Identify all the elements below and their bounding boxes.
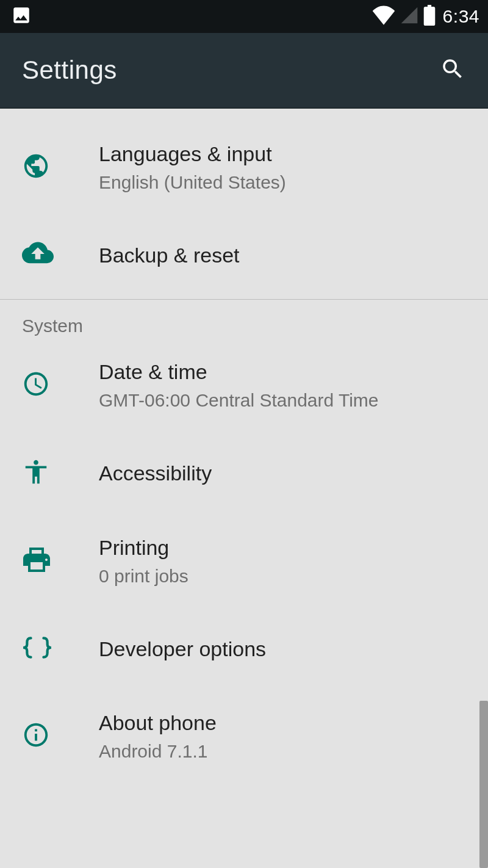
cellular-signal-icon [399, 5, 420, 27]
settings-item-date-time[interactable]: Date & time GMT-06:00 Central Standard T… [0, 341, 488, 429]
cloud-upload-icon [22, 241, 54, 269]
app-bar: Settings [0, 33, 488, 109]
code-braces-icon [22, 636, 52, 662]
settings-item-developer-options[interactable]: Developer options [0, 605, 488, 693]
status-bar: 6:34 [0, 0, 488, 33]
settings-item-languages-input[interactable]: Languages & input English (United States… [0, 123, 488, 211]
accessibility-icon [22, 458, 50, 488]
page-title: Settings [22, 56, 117, 85]
item-title: Accessibility [99, 460, 468, 486]
item-title: About phone [99, 710, 468, 736]
item-title: Printing [99, 535, 468, 561]
section-header-system: System [0, 300, 488, 341]
item-subtitle: 0 print jobs [99, 565, 468, 588]
settings-item-backup-reset[interactable]: Backup & reset [0, 211, 488, 299]
screenshot-notification-icon [11, 5, 32, 28]
wifi-icon [372, 5, 395, 27]
settings-list: Languages & input English (United States… [0, 109, 488, 769]
search-button[interactable] [437, 54, 468, 86]
item-title: Languages & input [99, 141, 468, 167]
info-icon [22, 721, 50, 751]
search-icon [440, 56, 465, 84]
scrollbar-thumb[interactable] [479, 701, 488, 868]
item-title: Developer options [99, 636, 468, 662]
settings-item-about-phone[interactable]: About phone Android 7.1.1 [0, 693, 488, 769]
status-time: 6:34 [443, 6, 479, 27]
item-title: Backup & reset [99, 242, 468, 269]
item-subtitle: GMT-06:00 Central Standard Time [99, 389, 468, 412]
item-subtitle: Android 7.1.1 [99, 740, 468, 763]
globe-icon [22, 152, 50, 183]
clock-icon [22, 370, 50, 400]
battery-icon [423, 5, 436, 28]
printer-icon [22, 546, 51, 576]
item-subtitle: English (United States) [99, 171, 468, 194]
item-title: Date & time [99, 359, 468, 385]
settings-item-accessibility[interactable]: Accessibility [0, 429, 488, 517]
settings-item-printing[interactable]: Printing 0 print jobs [0, 517, 488, 605]
